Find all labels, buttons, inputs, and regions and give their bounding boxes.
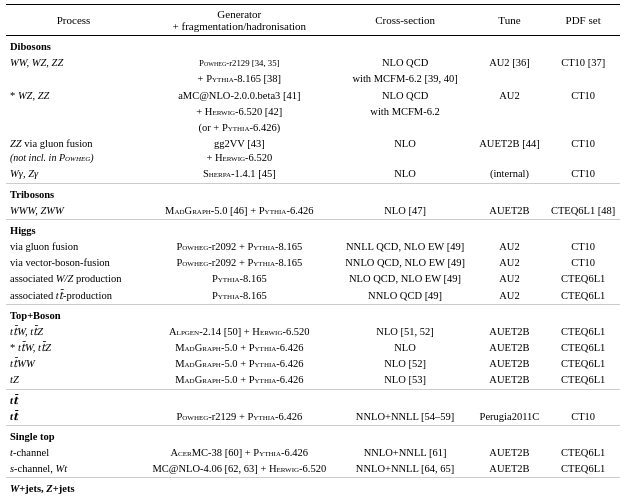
process-cell: tt̄WW [6,356,141,372]
generator-cell: MadGraph-5.0 + Pythia-6.426 [141,340,337,356]
section-tribosons: Tribosons [6,183,620,203]
generator-cell: Powheg-r2092 + Pythia-8.165 [141,255,337,271]
process-cell: tZ [6,372,141,389]
header-row: Process Generator + fragmentation/hadron… [6,5,620,36]
header-pdf: PDF set [546,5,620,36]
process-cell: * tt̄W, tt̄Z [6,340,141,356]
table-row: via gluon fusion Powheg-r2092 + Pythia-8… [6,239,620,255]
tune-cell: AUET2B [44] [473,136,547,166]
tune-cell: AUET2B [473,340,547,356]
tune-cell: AUET2B [473,461,547,478]
generator-cell: Powheg-r2129 [34, 35] [141,55,337,71]
process-cell: s-channel, Wt [6,461,141,478]
pdf-cell: CTEQ6L1 [48] [546,203,620,220]
tune-cell [473,104,547,120]
table-row: tt̄WW MadGraph-5.0 + Pythia-6.426 NLO [5… [6,356,620,372]
header-xsec: Cross-section [338,5,473,36]
section-w-z-jets-label: W+jets, Z+jets [6,478,620,498]
xsec-cell [338,120,473,136]
section-ttbar-label: tt̄ [6,389,620,409]
table-row: via vector-boson-fusion Powheg-r2092 + P… [6,255,620,271]
generator-cell: + Pythia-8.165 [38] [141,71,337,87]
xsec-cell: with MCFM-6.2 [338,104,473,120]
xsec-cell: NLO [51, 52] [338,324,473,340]
table-row: t-channel AcerMC-38 [60] + Pythia-6.426 … [6,445,620,461]
xsec-cell: NLO QCD [338,88,473,104]
process-cell: tt̄W, tt̄Z [6,324,141,340]
tune-cell: (internal) [473,166,547,183]
table-row: (or + Pythia-6.426) [6,120,620,136]
process-cell [6,120,141,136]
xsec-cell: NNLL QCD, NLO EW [49] [338,239,473,255]
pdf-cell: CTEQ6L1 [546,372,620,389]
pdf-cell: CT10 [37] [546,55,620,71]
section-w-z-jets: W+jets, Z+jets [6,478,620,498]
pdf-cell: CTEQ6L1 [546,356,620,372]
table-row: Wγ, Zγ Sherpa-1.4.1 [45] NLO (internal) … [6,166,620,183]
generator-cell: MadGraph-5.0 + Pythia-6.426 [141,356,337,372]
header-tune: Tune [473,5,547,36]
pdf-cell: CT10 [546,166,620,183]
generator-cell: + Herwig-6.520 [42] [141,104,337,120]
table-row: + Herwig-6.520 [42] with MCFM-6.2 [6,104,620,120]
xsec-cell: NLO QCD, NLO EW [49] [338,271,473,287]
pdf-cell: CTEQ6L1 [546,340,620,356]
generator-cell: Alpgen-2.14 [50] + Herwig-6.520 [141,324,337,340]
section-higgs: Higgs [6,219,620,239]
table-row: WWW, ZWW MadGraph-5.0 [46] + Pythia-6.42… [6,203,620,220]
tune-cell: AUET2B [473,372,547,389]
generator-cell: Powheg-r2092 + Pythia-8.165 [141,239,337,255]
section-single-top-label: Single top [6,425,620,445]
process-cell: tt̄ [6,409,141,426]
pdf-cell: CT10 [546,136,620,166]
process-cell: via vector-boson-fusion [6,255,141,271]
xsec-cell: NLO [338,136,473,166]
section-top-boson-label: Top+Boson [6,304,620,324]
pdf-cell: CT10 [546,409,620,426]
process-cell: WW, WZ, ZZ [6,55,141,71]
tune-cell [473,120,547,136]
generator-cell: MadGraph-5.0 [46] + Pythia-6.426 [141,203,337,220]
pdf-cell: CTEQ6L1 [546,445,620,461]
process-cell: t-channel [6,445,141,461]
xsec-cell: NNLO+NNLL [61] [338,445,473,461]
xsec-cell: NLO [53] [338,372,473,389]
table-row: tt̄W, tt̄Z Alpgen-2.14 [50] + Herwig-6.5… [6,324,620,340]
main-table-wrapper: Process Generator + fragmentation/hadron… [0,0,626,500]
xsec-cell: NLO [338,340,473,356]
process-cell: via gluon fusion [6,239,141,255]
header-process: Process [6,5,141,36]
table-row: associated W/Z production Pythia-8.165 N… [6,271,620,287]
header-generator: Generator + fragmentation/hadronisation [141,5,337,36]
tune-cell: AUET2B [473,356,547,372]
xsec-cell: NNLO+NNLL [64, 65] [338,461,473,478]
table-row: * WZ, ZZ aMC@NLO-2.0.0.beta3 [41] NLO QC… [6,88,620,104]
tune-cell: AUET2B [473,324,547,340]
table-row: associated tt̄-production Pythia-8.165 N… [6,288,620,305]
tune-cell: AU2 [473,288,547,305]
tune-cell: AUET2B [473,203,547,220]
section-top-boson: Top+Boson [6,304,620,324]
generator-cell: MC@NLO-4.06 [62, 63] + Herwig-6.520 [141,461,337,478]
generator-cell: gg2VV [43]+ Herwig-6.520 [141,136,337,166]
xsec-cell: NLO [338,166,473,183]
xsec-cell: NNLO QCD, NLO EW [49] [338,255,473,271]
process-cell: ZZ via gluon fusion(not incl. in Powheg) [6,136,141,166]
pdf-cell: CTEQ6L1 [546,324,620,340]
section-ttbar: tt̄ [6,389,620,409]
pdf-cell [546,120,620,136]
generator-cell: Pythia-8.165 [141,288,337,305]
tune-cell: AU2 [473,88,547,104]
table-row: s-channel, Wt MC@NLO-4.06 [62, 63] + Her… [6,461,620,478]
tune-cell: AU2 [36] [473,55,547,71]
pdf-cell: CTEQ6L1 [546,461,620,478]
process-cell [6,104,141,120]
tune-cell: AU2 [473,255,547,271]
tune-cell [473,71,547,87]
xsec-cell: NNLO+NNLL [54–59] [338,409,473,426]
section-single-top: Single top [6,425,620,445]
pdf-cell: CT10 [546,239,620,255]
xsec-cell: NLO QCD [338,55,473,71]
process-cell: * WZ, ZZ [6,88,141,104]
xsec-cell: NLO [52] [338,356,473,372]
